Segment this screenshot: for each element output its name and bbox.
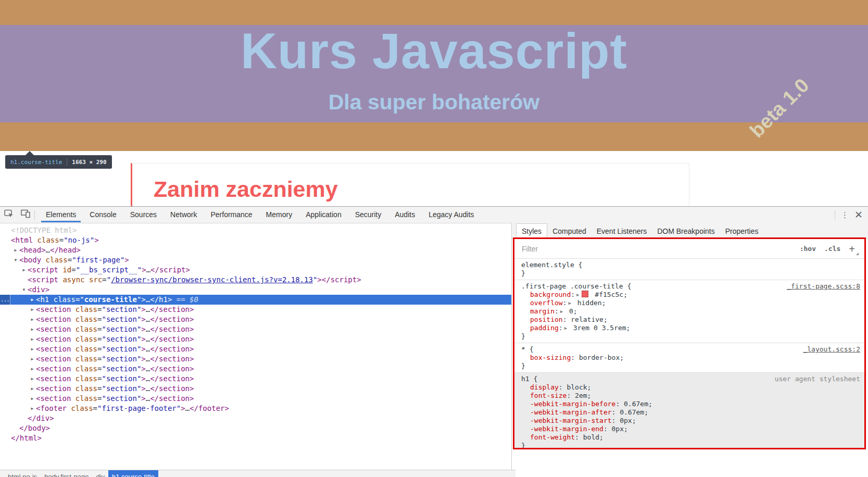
chevron-right-icon[interactable]: ▶ bbox=[29, 364, 36, 374]
tab-sources[interactable]: Sources bbox=[123, 207, 163, 222]
tree-row-h1[interactable]: ...▶<h1 class="course-title">…</h1> == $… bbox=[0, 295, 511, 305]
chevron-right-icon[interactable]: ▶ bbox=[29, 404, 36, 413]
tree-row-section[interactable]: ▶<section class="section">…</section> bbox=[0, 344, 511, 354]
css-property-name[interactable]: -webkit-margin-end bbox=[530, 425, 603, 433]
tree-row-section[interactable]: ▶<section class="section">…</section> bbox=[0, 315, 511, 324]
css-property-name[interactable]: position bbox=[530, 316, 563, 323]
css-selector[interactable]: element.style bbox=[521, 261, 574, 269]
chevron-down-icon[interactable]: ▼ bbox=[20, 285, 28, 295]
css-property[interactable]: position: relative; bbox=[514, 316, 864, 324]
css-selector[interactable]: * bbox=[521, 345, 525, 353]
breadcrumb-item-div[interactable]: div bbox=[92, 470, 108, 477]
sidebar-tab-computed[interactable]: Computed bbox=[547, 224, 592, 238]
inspect-element-button[interactable] bbox=[0, 207, 17, 223]
css-property-name[interactable]: -webkit-margin-start bbox=[530, 417, 612, 424]
css-property[interactable]: margin:▶ 0; bbox=[514, 307, 864, 316]
css-property-name[interactable]: box-sizing bbox=[530, 354, 571, 361]
css-property-value[interactable]: 0.67em; bbox=[620, 408, 648, 416]
sidebar-tab-event-listeners[interactable]: Event Listeners bbox=[592, 224, 652, 238]
tab-performance[interactable]: Performance bbox=[204, 207, 259, 222]
tree-row-footer[interactable]: ▶<footer class="first-page-footer">…</fo… bbox=[0, 404, 511, 413]
css-property[interactable]: background:▶ #f15c5c; bbox=[514, 291, 864, 299]
tree-row-script-async[interactable]: <script async src="/browser-sync/browser… bbox=[0, 275, 511, 285]
tab-memory[interactable]: Memory bbox=[259, 207, 299, 222]
css-property-name[interactable]: margin bbox=[530, 307, 555, 315]
more-options-icon[interactable]: ⋮ bbox=[841, 210, 849, 220]
css-property-value[interactable]: block; bbox=[567, 383, 591, 391]
panel-resize-divider[interactable] bbox=[511, 223, 512, 477]
css-property-name[interactable]: display bbox=[530, 383, 559, 391]
css-property-value[interactable]: border-box; bbox=[579, 354, 624, 361]
tree-row-head[interactable]: ▶<head>…</head> bbox=[0, 245, 511, 255]
tree-row-html-open[interactable]: <html class="no-js"> bbox=[0, 235, 511, 245]
css-property-value[interactable]: hidden; bbox=[573, 299, 606, 307]
css-selector[interactable]: h1 bbox=[521, 375, 530, 383]
css-property-name[interactable]: font-weight bbox=[530, 433, 575, 441]
close-devtools-icon[interactable]: ✕ bbox=[854, 209, 863, 221]
css-property-name[interactable]: background bbox=[530, 291, 571, 298]
shorthand-expand-icon[interactable]: ▶ bbox=[576, 292, 579, 297]
chevron-right-icon[interactable]: ▶ bbox=[29, 374, 36, 384]
css-property[interactable]: -webkit-margin-end: 0px; bbox=[514, 425, 864, 433]
filter-input[interactable]: Filter bbox=[522, 245, 791, 253]
chevron-right-icon[interactable]: ▶ bbox=[29, 394, 36, 404]
chevron-right-icon[interactable]: ▶ bbox=[29, 334, 36, 344]
sidebar-tab-dom-breakpoints[interactable]: DOM Breakpoints bbox=[652, 224, 720, 238]
tree-row-section[interactable]: ▶<section class="section">…</section> bbox=[0, 374, 511, 384]
css-property-value[interactable]: relative; bbox=[571, 316, 607, 323]
chevron-right-icon[interactable]: ▶ bbox=[29, 315, 36, 324]
tab-network[interactable]: Network bbox=[163, 207, 204, 222]
chevron-right-icon[interactable]: ▶ bbox=[12, 245, 19, 255]
css-property-value[interactable]: #f15c5c; bbox=[591, 291, 627, 298]
css-property[interactable]: font-size: 2em; bbox=[514, 392, 864, 400]
stylesheet-link[interactable]: _first-page.scss:8 bbox=[787, 282, 860, 291]
css-property-value[interactable]: 0px; bbox=[620, 417, 636, 424]
css-property[interactable]: font-weight: bold; bbox=[514, 433, 864, 442]
breadcrumb-item-h1-course-title[interactable]: h1.course-title bbox=[108, 470, 158, 477]
css-property-value[interactable]: 0.67em; bbox=[624, 400, 652, 408]
new-style-rule-button[interactable]: + bbox=[849, 244, 855, 254]
sidebar-tab-styles[interactable]: Styles bbox=[516, 223, 547, 239]
tree-row-div-close[interactable]: </div> bbox=[0, 413, 511, 423]
tree-row-section[interactable]: ▶<section class="section">…</section> bbox=[0, 364, 511, 374]
css-property-name[interactable]: font-size bbox=[530, 392, 567, 399]
tree-row-doctype[interactable]: <!DOCTYPE html> bbox=[0, 225, 511, 235]
tree-row-body-close[interactable]: </body> bbox=[0, 423, 511, 433]
chevron-right-icon[interactable]: ▶ bbox=[29, 344, 36, 354]
css-property-value[interactable]: 0; bbox=[565, 307, 577, 315]
tree-row-section[interactable]: ▶<section class="section">…</section> bbox=[0, 324, 511, 334]
tree-row-body-open[interactable]: ▼<body class="first-page"> bbox=[0, 255, 511, 265]
node-overflow-menu-icon[interactable]: ... bbox=[0, 295, 10, 305]
tree-row-section[interactable]: ▶<section class="section">…</section> bbox=[0, 354, 511, 364]
chevron-right-icon[interactable]: ▶ bbox=[29, 354, 36, 364]
css-property[interactable]: overflow:▶ hidden; bbox=[514, 299, 864, 307]
tree-row-section[interactable]: ▶<section class="section">…</section> bbox=[0, 384, 511, 394]
tree-row-html-close[interactable]: </html> bbox=[0, 433, 511, 443]
tree-row-div-open[interactable]: ▼<div> bbox=[0, 285, 511, 295]
tab-console[interactable]: Console bbox=[83, 207, 123, 222]
chevron-right-icon[interactable]: ▶ bbox=[20, 265, 28, 275]
css-property-value[interactable]: 3rem 0 3.5rem; bbox=[569, 324, 630, 332]
chevron-right-icon[interactable]: ▶ bbox=[29, 295, 36, 305]
pseudo-toggle--hov[interactable]: :hov bbox=[800, 245, 816, 253]
css-property-name[interactable]: -webkit-margin-before bbox=[530, 400, 615, 408]
tab-application[interactable]: Application bbox=[299, 207, 348, 222]
chevron-right-icon[interactable]: ▶ bbox=[29, 305, 36, 315]
stylesheet-link[interactable]: _layout.scss:2 bbox=[803, 345, 860, 354]
css-property-value[interactable]: 2em; bbox=[575, 392, 591, 399]
css-selector[interactable]: .first-page .course-title bbox=[521, 282, 623, 290]
breadcrumb-item-body-first-page[interactable]: body.first-page bbox=[41, 470, 92, 477]
css-property-name[interactable]: -webkit-margin-after bbox=[530, 408, 612, 416]
chevron-right-icon[interactable]: ▶ bbox=[29, 324, 36, 334]
tree-row-section[interactable]: ▶<section class="section">…</section> bbox=[0, 334, 511, 344]
tab-audits[interactable]: Audits bbox=[388, 207, 422, 222]
tree-row-script-bs[interactable]: ▶<script id="__bs_script__">…</script> bbox=[0, 265, 511, 275]
css-property[interactable]: -webkit-margin-start: 0px; bbox=[514, 417, 864, 425]
tab-elements[interactable]: Elements bbox=[39, 207, 83, 222]
css-property-value[interactable]: bold; bbox=[583, 433, 603, 441]
tree-row-section[interactable]: ▶<section class="section">…</section> bbox=[0, 305, 511, 315]
shorthand-expand-icon[interactable]: ▶ bbox=[564, 325, 567, 331]
breadcrumb-item-html-no-js[interactable]: html.no-js bbox=[4, 470, 41, 477]
css-property[interactable]: -webkit-margin-before: 0.67em; bbox=[514, 400, 864, 408]
css-property[interactable]: box-sizing: border-box; bbox=[514, 354, 864, 362]
